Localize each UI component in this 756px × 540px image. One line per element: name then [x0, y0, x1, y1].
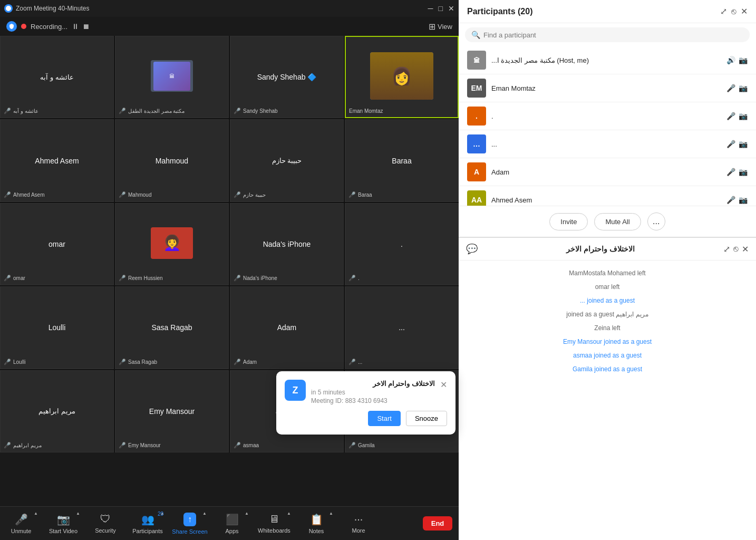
msg-7: asmaa joined as a guest	[466, 350, 749, 361]
window-title: Zoom Meeting 40-Minutes	[16, 5, 89, 12]
window-controls[interactable]: ─ □ ✕	[428, 4, 454, 13]
end-button[interactable]: End	[416, 508, 459, 539]
minimize-button[interactable]: ─	[428, 4, 433, 13]
share-screen-icon: ↑	[183, 513, 196, 526]
participant-item-ellipsis[interactable]: … ... 🎤 📷	[459, 130, 756, 158]
popout-participants-button[interactable]: ⎋	[731, 7, 736, 16]
participant-item-dot[interactable]: . . 🎤 📷	[459, 102, 756, 130]
notification-close-button[interactable]: ✕	[440, 380, 447, 390]
participants-button[interactable]: ▲ 20 👥 Participants	[127, 508, 169, 539]
participant-item-adam[interactable]: A Adam 🎤 📷	[459, 158, 756, 186]
avatar-ellipsis: …	[467, 134, 486, 153]
start-video-button[interactable]: ▲ 📷 Start Video	[42, 508, 84, 539]
notification-footer: Start Snooze	[285, 411, 447, 426]
invite-button[interactable]: Invite	[549, 213, 588, 230]
participant-name-host: ...مكتبة مصر الجديدة ا (Host, me)	[491, 56, 721, 64]
unmute-arrow[interactable]: ▲	[34, 511, 38, 516]
maximize-button[interactable]: □	[439, 4, 443, 13]
participants-count: 20	[158, 511, 163, 517]
whiteboards-button[interactable]: ▲ 🖥 Whiteboards	[253, 508, 295, 539]
close-participants-button[interactable]: ✕	[741, 6, 748, 16]
chat-panel: 💬 الاختلاف واحترام الاخر ⤢ ⎋ ✕ MamMostaf…	[459, 237, 756, 540]
apps-button[interactable]: ▲ ⬛ Apps	[211, 508, 253, 539]
avatar-host: 🏛	[467, 51, 486, 70]
whiteboards-icon: 🖥	[269, 513, 279, 525]
video-cell-5: Ahmed Asem 🎤 Ahmed Asem	[0, 119, 114, 201]
participant-item-host[interactable]: 🏛 ...مكتبة مصر الجديدة ا (Host, me) 🔊 📷	[459, 46, 756, 74]
microphone-icon: 🎤	[15, 513, 28, 526]
cell-2-bottom: 🎤 مكتبة مصر الجديدة الطفل	[119, 108, 185, 114]
end-label: End	[423, 516, 453, 531]
ellipsis-mic-icon: 🎤	[726, 140, 735, 148]
notification-snooze-button[interactable]: Snooze	[406, 411, 447, 426]
participant-search-box[interactable]: 🔍	[465, 27, 750, 42]
apps-arrow[interactable]: ▲	[245, 511, 249, 516]
chat-panel-controls[interactable]: ⤢ ⎋ ✕	[723, 244, 749, 254]
title-bar: Zoom Meeting 40-Minutes ─ □ ✕	[0, 0, 459, 17]
participants-panel-controls[interactable]: ⤢ ⎋ ✕	[720, 6, 748, 16]
thumb-2: 🏛	[151, 60, 193, 92]
notification-popup: Z الاختلاف واحترام الاخر in 5 minutes Me…	[276, 371, 455, 435]
pause-button[interactable]: ⏸	[72, 22, 79, 31]
more-button[interactable]: ··· More	[337, 508, 380, 539]
video-cell-6: Mahmoud 🎤 Mahmoud	[115, 119, 229, 201]
ellipsis-video-icon: 📷	[739, 140, 748, 148]
more-label: More	[352, 527, 365, 534]
more-options-button[interactable]: ...	[647, 213, 665, 230]
video-cell-4: 👩 Eman Momtaz	[345, 36, 459, 118]
whiteboards-arrow[interactable]: ▲	[287, 511, 291, 516]
view-button[interactable]: ⊞ View	[429, 22, 452, 32]
host-sound-icon: 🔊	[726, 56, 735, 64]
cell-1-bottom: 🎤 عائشه و آبه	[4, 108, 38, 114]
security-button[interactable]: 🛡 Security	[84, 508, 127, 539]
thumb-4: 👩	[370, 52, 433, 100]
video-cell-3: Sandy Shehab 🔷 🎤 Sandy Shehab	[230, 36, 344, 118]
stop-button[interactable]: ⏹	[82, 22, 90, 31]
msg-3: ... joined as a guest	[466, 295, 749, 306]
share-arrow[interactable]: ▲	[202, 511, 207, 516]
recording-status: Recording...	[31, 23, 67, 31]
notes-arrow[interactable]: ▲	[329, 511, 333, 516]
notification-start-button[interactable]: Start	[368, 411, 400, 426]
recording-left: Recording... ⏸ ⏹	[6, 21, 90, 32]
close-chat-button[interactable]: ✕	[742, 244, 749, 254]
chat-bubble-icon: 💬	[466, 243, 478, 255]
share-screen-button[interactable]: ▲ ↑ Share Screen	[169, 508, 211, 539]
video-cell-14: Sasa Ragab 🎤 Sasa Ragab	[115, 286, 229, 369]
video-cell-15: Adam 🎤 Adam	[230, 286, 344, 369]
ahmed-mic-icon: 🎤	[726, 196, 735, 204]
video-cell-18: Emy Mansour 🎤 Emy Mansour	[115, 370, 229, 452]
thumb-10: 👩‍🦱	[151, 227, 193, 259]
dot-mic-icon: 🎤	[726, 112, 735, 120]
video-cell-17: مريم ابراهيم 🎤 مريم ابراهيم	[0, 370, 114, 452]
notification-content: الاختلاف واحترام الاخر in 5 minutes Meet…	[311, 380, 435, 404]
start-video-label: Start Video	[49, 528, 77, 534]
participant-item-eman[interactable]: EM Eman Momtaz 🎤 📷	[459, 74, 756, 102]
video-cell-7: حبيبة حازم 🎤 حبيبة حازم	[230, 119, 344, 201]
participant-search-input[interactable]	[483, 31, 743, 39]
zoom-logo: Z	[285, 380, 306, 401]
adam-mic-icon: 🎤	[726, 168, 735, 176]
expand-chat-button[interactable]: ⤢	[723, 244, 730, 254]
participants-footer: Invite Mute All ...	[459, 206, 756, 237]
video-arrow[interactable]: ▲	[76, 511, 80, 516]
recording-controls[interactable]: ⏸ ⏹	[72, 22, 90, 31]
expand-participants-button[interactable]: ⤢	[720, 6, 727, 16]
apps-label: Apps	[225, 528, 238, 534]
notification-header: Z الاختلاف واحترام الاخر in 5 minutes Me…	[285, 380, 447, 404]
popout-chat-button[interactable]: ⎋	[733, 244, 739, 254]
avatar-eman: EM	[467, 79, 486, 98]
svg-point-0	[6, 6, 11, 11]
participants-list: 🏛 ...مكتبة مصر الجديدة ا (Host, me) 🔊 📷 …	[459, 46, 756, 206]
right-panel: Participants (20) ⤢ ⎋ ✕ 🔍 🏛 ...مكتبة مصر…	[459, 0, 756, 540]
mute-icon-1: 🎤	[4, 108, 11, 114]
unmute-button[interactable]: ▲ 🎤 Unmute	[0, 508, 42, 539]
participant-item-ahmed[interactable]: AA Ahmed Asem 🎤 📷	[459, 186, 756, 206]
close-button[interactable]: ✕	[448, 4, 454, 13]
chat-messages: MamMostafa Mohamed left omar left ... jo…	[459, 261, 756, 540]
video-cell-9: omar 🎤 omar	[0, 203, 114, 285]
mute-all-button[interactable]: Mute All	[594, 213, 641, 230]
eman-video-icon: 📷	[739, 84, 748, 92]
participant-name-eman: Eman Momtaz	[491, 84, 721, 92]
notes-button[interactable]: ▲ 📋 Notes	[295, 508, 337, 539]
